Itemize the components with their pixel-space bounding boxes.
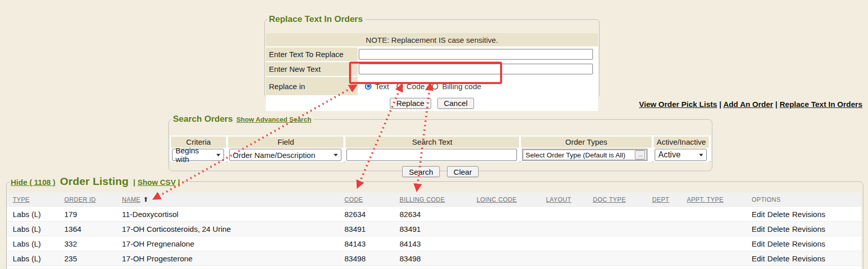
column-header-label: DOC TYPE bbox=[593, 196, 626, 203]
revisions-link[interactable]: Revisions bbox=[792, 254, 825, 263]
radio-option-label: Text bbox=[375, 82, 389, 91]
cell-appt-type bbox=[686, 266, 751, 269]
column-header-label: TYPE bbox=[13, 196, 30, 203]
show-csv-link[interactable]: Show CSV bbox=[137, 178, 176, 186]
edit-link[interactable]: Edit bbox=[752, 239, 765, 248]
search-controls: Begins with Order Name/Description Selec… bbox=[171, 148, 710, 162]
radio-icon[interactable] bbox=[396, 83, 403, 90]
cell-type: Labs (L) bbox=[7, 251, 63, 266]
table-row: Labs (L)136417-OH Corticosteroids, 24 Ur… bbox=[7, 222, 861, 236]
radio-option-text[interactable]: Text bbox=[365, 82, 389, 91]
cancel-button[interactable]: Cancel bbox=[437, 98, 475, 109]
column-header-name[interactable]: NAME⬆ bbox=[121, 193, 343, 207]
search-text-input[interactable] bbox=[346, 149, 517, 161]
field-select[interactable]: Order Name/Description bbox=[229, 149, 341, 161]
link-replace-text-in-orders[interactable]: Replace Text In Orders bbox=[780, 100, 862, 109]
radio-selected-icon[interactable] bbox=[365, 83, 371, 90]
new-text-label: Enter New Text bbox=[266, 62, 358, 76]
csv-bar-left: | bbox=[133, 178, 135, 186]
table-row: Labs (L)33217-OH Pregnenalone8414384143E… bbox=[7, 236, 861, 251]
cell-dept bbox=[651, 236, 686, 251]
radio-option-code[interactable]: Code bbox=[396, 82, 425, 91]
delete-link[interactable]: Delete bbox=[767, 254, 789, 263]
replace-form: NOTE: Replacement IS case sensitive. Ent… bbox=[266, 33, 598, 111]
column-header-label: LAYOUT bbox=[546, 196, 572, 203]
cell-order-id: 1372 bbox=[63, 266, 121, 269]
cell-layout bbox=[545, 236, 592, 251]
column-header-layout[interactable]: LAYOUT bbox=[545, 193, 592, 207]
link-add-an-order[interactable]: Add An Order bbox=[723, 100, 773, 109]
criteria-select[interactable]: Begins with bbox=[172, 149, 224, 161]
cell-layout bbox=[545, 251, 592, 266]
edit-link[interactable]: Edit bbox=[752, 254, 765, 263]
column-header-label: NAME bbox=[122, 196, 140, 203]
revisions-link[interactable]: Revisions bbox=[792, 225, 825, 233]
active-inactive-select-value: Active bbox=[658, 150, 681, 159]
column-header-loinc-code[interactable]: LOINC CODE bbox=[476, 193, 545, 207]
chevron-down-icon bbox=[216, 154, 220, 156]
show-advanced-search-link[interactable]: Show Advanced Search bbox=[236, 116, 311, 123]
field-select-value: Order Name/Description bbox=[233, 151, 315, 159]
chevron-down-icon bbox=[334, 154, 338, 156]
cell-layout bbox=[545, 266, 592, 269]
replace-button[interactable]: Replace bbox=[390, 98, 431, 109]
column-header-options: OPTIONS bbox=[751, 193, 861, 207]
cell-type: Labs (L) bbox=[7, 207, 63, 222]
revisions-link[interactable]: Revisions bbox=[792, 210, 825, 219]
cell-code: 83491 bbox=[343, 222, 399, 236]
cell-name: 17-OH Pregnenalone bbox=[121, 236, 343, 251]
cell-options: EditDeleteRevisions bbox=[751, 222, 861, 236]
radio-option-billing-code[interactable]: Billing code bbox=[432, 82, 481, 91]
cell-dept bbox=[651, 222, 686, 236]
hide-listing-link[interactable]: Hide ( 1108 ) bbox=[11, 178, 56, 186]
replace-text-panel: Replace Text In Orders NOTE: Replacement… bbox=[264, 14, 600, 97]
column-header-appt-type[interactable]: APPT. TYPE bbox=[686, 193, 751, 207]
replace-in-options: TextCodeBilling code bbox=[359, 82, 481, 91]
cell-code: 84143 bbox=[343, 236, 399, 251]
column-header-order-id[interactable]: ORDER ID bbox=[63, 193, 121, 207]
column-header-doc-type[interactable]: DOC TYPE bbox=[592, 193, 651, 207]
table-header-row: TYPEORDER IDNAME⬆CODEBILLING CODELOINC C… bbox=[7, 193, 861, 207]
column-header-type[interactable]: TYPE bbox=[7, 193, 63, 207]
table-row: Labs (L)23517-OH Progesterone8349883498E… bbox=[7, 251, 861, 266]
link-separator: | bbox=[717, 100, 723, 109]
cell-layout bbox=[545, 207, 592, 222]
edit-link[interactable]: Edit bbox=[752, 225, 765, 233]
cell-type: Labs (L) bbox=[7, 236, 63, 251]
order-type-browse-button[interactable]: ... bbox=[635, 150, 645, 159]
active-inactive-select[interactable]: Active bbox=[655, 149, 707, 161]
column-header-billing-code[interactable]: BILLING CODE bbox=[399, 193, 476, 207]
edit-link[interactable]: Edit bbox=[752, 210, 765, 219]
radio-option-label: Code bbox=[407, 82, 425, 91]
cell-order-id: 1364 bbox=[63, 222, 121, 236]
cell-billing-code: 84143 bbox=[399, 236, 476, 251]
replace-panel-title: Replace Text In Orders bbox=[268, 14, 365, 24]
link-view-order-pick-lists[interactable]: View Order Pick Lists bbox=[639, 100, 717, 109]
column-header-code[interactable]: CODE bbox=[343, 193, 399, 207]
delete-link[interactable]: Delete bbox=[767, 210, 789, 219]
search-column-header-active-inactive: Active/Inactive bbox=[654, 137, 709, 148]
delete-link[interactable]: Delete bbox=[767, 225, 789, 233]
search-form: CriteriaFieldSearch TextOrder TypesActiv… bbox=[170, 136, 711, 162]
order-listing-title: Order Listing bbox=[60, 175, 129, 187]
new-text-input[interactable] bbox=[359, 64, 593, 74]
column-header-label: DEPT bbox=[652, 196, 669, 203]
link-separator: | bbox=[773, 100, 780, 109]
cell-dept bbox=[651, 207, 686, 222]
cell-dept bbox=[651, 266, 686, 269]
page: Replace Text In Orders NOTE: Replacement… bbox=[0, 0, 868, 269]
search-orders-panel: Search OrdersShow Advanced Search Criter… bbox=[168, 114, 712, 171]
delete-link[interactable]: Delete bbox=[767, 239, 789, 248]
table-row: Labs (L)137224 Hour Urine Calcium82340UR… bbox=[7, 266, 861, 269]
old-text-row: Enter Text To Replace bbox=[266, 47, 598, 62]
cell-code: 82340UR bbox=[343, 266, 399, 269]
replace-in-row: Replace in TextCodeBilling code bbox=[266, 77, 598, 96]
column-header-dept[interactable]: DEPT bbox=[651, 193, 686, 207]
revisions-link[interactable]: Revisions bbox=[792, 239, 825, 248]
order-type-picker[interactable]: Select Order Type (Default is All) ... bbox=[523, 149, 647, 160]
cell-layout bbox=[545, 222, 592, 236]
old-text-input[interactable] bbox=[359, 49, 593, 60]
radio-icon[interactable] bbox=[432, 83, 438, 90]
replace-note-row: NOTE: Replacement IS case sensitive. bbox=[266, 33, 598, 47]
cell-options: EditDeleteRevisions bbox=[751, 207, 861, 222]
